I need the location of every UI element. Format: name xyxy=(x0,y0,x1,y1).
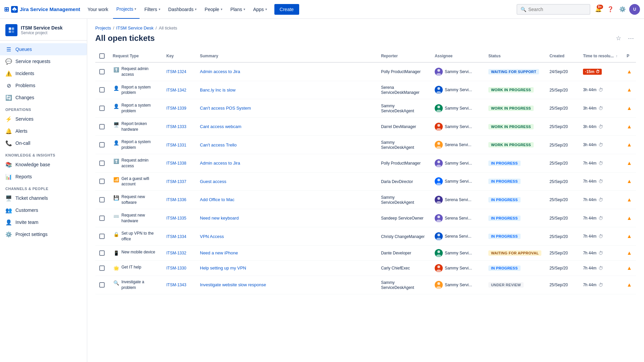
ticket-summary[interactable]: Can't access POS System xyxy=(200,106,251,111)
col-header-time[interactable]: Time to resolu... ↑ xyxy=(579,50,623,62)
svg-point-27 xyxy=(437,265,440,268)
clock-icon: ⏱ xyxy=(598,179,603,184)
sidebar-item-knowledge-base[interactable]: 📚 Knowledge base xyxy=(0,159,87,171)
ticket-key[interactable]: ITSM-1335 xyxy=(166,216,186,221)
ticket-summary[interactable]: Banc.ly Inc is slow xyxy=(200,87,235,93)
sidebar-item-changes[interactable]: 🔄 Changes xyxy=(0,92,87,104)
search-box[interactable]: 🔍 xyxy=(517,4,590,15)
sidebar-item-problems[interactable]: ⊘ Problems xyxy=(0,79,87,92)
ticket-key[interactable]: ITSM-1343 xyxy=(166,283,186,287)
col-header-created[interactable]: Created xyxy=(545,50,579,62)
ticket-key[interactable]: ITSM-1332 xyxy=(166,251,186,255)
create-button[interactable]: Create xyxy=(274,4,299,15)
ticket-key[interactable]: ITSM-1339 xyxy=(166,106,186,111)
sidebar-nav: ☰ Queues 💬 Service requests ⚠️ Incidents… xyxy=(0,41,87,243)
ticket-key[interactable]: ITSM-1333 xyxy=(166,124,186,129)
request-type-label: Report a system problem xyxy=(121,103,158,114)
request-type-label: Report broken hardware xyxy=(121,121,158,132)
row-checkbox[interactable] xyxy=(99,265,105,271)
ticket-summary[interactable]: Need a new iPhone xyxy=(200,250,238,255)
row-checkbox[interactable] xyxy=(99,250,105,256)
assignee-cell: Sammy Servi... xyxy=(435,104,480,112)
ticket-key[interactable]: ITSM-1338 xyxy=(166,161,186,166)
row-checkbox[interactable] xyxy=(99,216,105,221)
settings-button[interactable]: ⚙️ xyxy=(617,4,628,15)
ticket-summary[interactable]: Admin access to Jira xyxy=(200,69,240,74)
ticket-summary[interactable]: Add Office to Mac xyxy=(200,197,234,202)
invite-team-icon: 👤 xyxy=(5,219,12,226)
more-options-button[interactable]: ⋯ xyxy=(626,33,636,43)
nav-plans[interactable]: Plans ▾ xyxy=(227,0,249,19)
ticket-summary[interactable]: Admin access to Jira xyxy=(200,161,240,166)
sidebar-item-ticket-channels[interactable]: 🖥️ Ticket channels xyxy=(0,192,87,204)
sidebar-item-alerts[interactable]: 🔔 Alerts xyxy=(0,125,87,137)
sidebar-item-incidents[interactable]: ⚠️ Incidents xyxy=(0,67,87,79)
col-header-assignee[interactable]: Assignee xyxy=(431,50,484,62)
user-avatar[interactable]: U xyxy=(629,4,640,15)
assignee-avatar xyxy=(435,249,443,257)
assignee-cell: Serena Servi... xyxy=(435,141,480,149)
ticket-key[interactable]: ITSM-1330 xyxy=(166,266,186,270)
row-checkbox[interactable] xyxy=(99,161,105,166)
row-checkbox[interactable] xyxy=(99,124,105,129)
ticket-summary[interactable]: Can't access Trello xyxy=(200,142,236,147)
assignee-cell: Sammy Servi... xyxy=(435,123,480,131)
row-checkbox[interactable] xyxy=(99,179,105,184)
col-header-request-type[interactable]: Request Type xyxy=(109,50,162,62)
request-type-cell: 🔒 Set up VPN to the office xyxy=(113,231,158,242)
help-button[interactable]: ❓ xyxy=(605,4,616,15)
col-header-summary[interactable]: Summary xyxy=(196,50,377,62)
ticket-summary[interactable]: Cant access webcam xyxy=(200,124,241,129)
sidebar-item-project-settings[interactable]: ⚙️ Project settings xyxy=(0,228,87,240)
ticket-key[interactable]: ITSM-1336 xyxy=(166,197,186,202)
ticket-key[interactable]: ITSM-1334 xyxy=(166,234,186,239)
row-checkbox[interactable] xyxy=(99,106,105,111)
col-header-reporter[interactable]: Reporter xyxy=(377,50,431,62)
ticket-key[interactable]: ITSM-1337 xyxy=(166,179,186,184)
assignee-avatar xyxy=(435,214,443,222)
col-header-priority[interactable]: P xyxy=(623,50,636,62)
nav-dashboards[interactable]: Dashboards ▾ xyxy=(165,0,200,19)
time-value: 7h 44m xyxy=(583,216,596,221)
created-date: 25/Sep/20 xyxy=(549,106,568,111)
row-checkbox[interactable] xyxy=(99,87,105,93)
star-button[interactable]: ☆ xyxy=(614,33,623,43)
col-header-key[interactable]: Key xyxy=(162,50,196,62)
select-all-checkbox[interactable] xyxy=(99,53,105,59)
nav-filters[interactable]: Filters ▾ xyxy=(141,0,163,19)
ticket-summary[interactable]: Help setting up my VPN xyxy=(200,265,246,270)
sidebar-item-on-call[interactable]: 📞 On-call xyxy=(0,137,87,149)
col-header-status[interactable]: Status xyxy=(484,50,545,62)
alerts-icon: 🔔 xyxy=(5,128,12,134)
app-logo[interactable]: ⊞ Jira Service Management xyxy=(4,6,80,13)
sidebar-item-reports[interactable]: 📊 Reports xyxy=(0,171,87,183)
nav-your-work[interactable]: Your work xyxy=(84,0,112,19)
row-checkbox[interactable] xyxy=(99,197,105,202)
nav-projects[interactable]: Projects ▾ xyxy=(113,0,140,19)
row-checkbox[interactable] xyxy=(99,142,105,147)
ticket-key[interactable]: ITSM-1324 xyxy=(166,69,186,74)
ticket-summary[interactable]: VPN Access xyxy=(200,234,224,239)
sidebar-item-services[interactable]: ⚡ Services xyxy=(0,113,87,125)
ticket-key[interactable]: ITSM-1342 xyxy=(166,88,186,93)
sidebar-item-invite-team[interactable]: 👤 Invite team xyxy=(0,216,87,228)
ticket-summary[interactable]: Need new keyboard xyxy=(200,216,239,221)
ticket-summary[interactable]: Investigate website slow response xyxy=(200,282,266,287)
priority-icon: ▲ xyxy=(627,105,632,111)
nav-people[interactable]: People ▾ xyxy=(201,0,226,19)
nav-apps[interactable]: Apps ▾ xyxy=(250,0,270,19)
ticket-summary[interactable]: Guest access xyxy=(200,179,226,184)
sidebar-item-service-requests[interactable]: 💬 Service requests xyxy=(0,55,87,67)
request-type-icon: 🔍 xyxy=(113,280,119,286)
ticket-key[interactable]: ITSM-1331 xyxy=(166,143,186,147)
breadcrumb-itsm[interactable]: ITSM Service Desk xyxy=(116,25,154,31)
sidebar-item-customers[interactable]: 👥 Customers xyxy=(0,204,87,216)
search-input[interactable] xyxy=(528,7,586,12)
col-header-checkbox[interactable] xyxy=(95,50,109,62)
breadcrumb-projects[interactable]: Projects xyxy=(95,25,111,31)
row-checkbox[interactable] xyxy=(99,69,105,74)
notifications-button[interactable]: 🔔 9+ xyxy=(593,4,604,15)
sidebar-item-queues[interactable]: ☰ Queues xyxy=(0,43,87,55)
row-checkbox[interactable] xyxy=(99,234,105,239)
row-checkbox[interactable] xyxy=(99,282,105,288)
